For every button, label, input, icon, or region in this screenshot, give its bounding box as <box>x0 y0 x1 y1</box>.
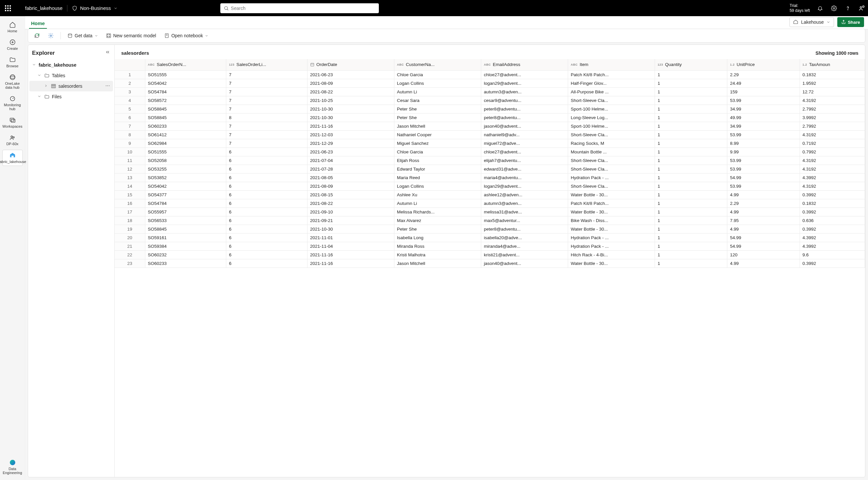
table-cell[interactable]: Bike Wash - Diss... <box>568 216 655 225</box>
table-cell[interactable]: SO60232 <box>145 250 226 259</box>
table-cell[interactable]: 2021-06-23 <box>307 147 394 156</box>
table-cell[interactable]: Ashlee Xu <box>394 190 481 199</box>
settings-small-button[interactable] <box>45 31 57 41</box>
table-cell[interactable]: 54.99 <box>727 242 800 250</box>
table-cell[interactable]: SO54784 <box>145 199 226 207</box>
help-button[interactable] <box>844 5 851 12</box>
sensitivity-selector[interactable]: Non-Business <box>72 5 117 11</box>
table-cell[interactable]: peter8@adventu... <box>481 225 568 233</box>
table-cell[interactable]: 2.29 <box>727 199 800 207</box>
table-cell[interactable]: 6 <box>226 173 308 182</box>
table-cell[interactable]: Sport-100 Helme... <box>568 122 655 130</box>
table-cell[interactable]: Kristi Malhotra <box>394 250 481 259</box>
table-cell[interactable]: Short-Sleeve Cla... <box>568 182 655 190</box>
table-row[interactable]: 10SO5155562021-06-23Chloe Garciachloe27@… <box>115 147 865 156</box>
column-header[interactable]: ABCSalesOrderN... <box>145 59 226 70</box>
table-cell[interactable]: 1 <box>655 156 727 165</box>
rail-dp60x[interactable]: DP-60x <box>2 132 23 148</box>
table-cell[interactable]: Short-Sleeve Cla... <box>568 165 655 173</box>
table-cell[interactable]: Nathaniel Cooper <box>394 130 481 139</box>
table-cell[interactable]: 6 <box>226 225 308 233</box>
column-header[interactable]: ABCEmailAddress <box>481 59 568 70</box>
table-cell[interactable]: 1 <box>655 242 727 250</box>
table-cell[interactable]: 0.636 <box>800 216 865 225</box>
table-cell[interactable]: Patch Kit/8 Patch... <box>568 199 655 207</box>
table-cell[interactable]: 9.99 <box>727 147 800 156</box>
column-header[interactable]: OrderDate <box>307 59 394 70</box>
table-cell[interactable]: logan29@advent... <box>481 182 568 190</box>
table-row[interactable]: 13SO5385262021-08-05Maria Reedmaria4@adv… <box>115 173 865 182</box>
table-cell[interactable]: Miguel Sanchez <box>394 139 481 147</box>
table-cell[interactable]: Elijah Ross <box>394 156 481 165</box>
table-cell[interactable]: Long-Sleeve Log... <box>568 113 655 122</box>
table-cell[interactable]: SO54784 <box>145 88 226 96</box>
table-cell[interactable]: Melissa Richards... <box>394 207 481 216</box>
table-row[interactable]: 19SO5884562021-10-30Peter Shepeter8@adve… <box>115 225 865 233</box>
table-cell[interactable]: 6 <box>226 242 308 250</box>
table-cell[interactable]: 1 <box>655 250 727 259</box>
table-cell[interactable]: 2021-11-16 <box>307 122 394 130</box>
table-cell[interactable]: Chloe Garcia <box>394 147 481 156</box>
table-cell[interactable]: miguel72@adve... <box>481 139 568 147</box>
table-row[interactable]: 3SO5478472021-08-22Autumn Liautumn3@adve… <box>115 88 865 96</box>
table-cell[interactable]: 1 <box>655 233 727 242</box>
table-row[interactable]: 6SO5884582021-10-30Peter Shepeter8@adven… <box>115 113 865 122</box>
table-cell[interactable]: kristi21@advent... <box>481 250 568 259</box>
table-cell[interactable]: 7 <box>226 88 308 96</box>
table-cell[interactable]: nathaniel9@adv... <box>481 130 568 139</box>
table-cell[interactable]: 0.1832 <box>800 199 865 207</box>
tree-tables-node[interactable]: Tables <box>29 70 113 81</box>
table-cell[interactable]: 53.99 <box>727 130 800 139</box>
table-cell[interactable]: 6 <box>226 165 308 173</box>
rail-persona-switcher[interactable]: Data Engineering <box>2 457 23 477</box>
table-cell[interactable]: isabella20@adve... <box>481 233 568 242</box>
column-header[interactable]: ABCCustomerNa... <box>394 59 481 70</box>
column-header[interactable]: 1.2UnitPrice <box>727 59 800 70</box>
table-cell[interactable]: max5@adventur... <box>481 216 568 225</box>
table-cell[interactable]: melissa31@adve... <box>481 207 568 216</box>
table-cell[interactable]: 0.3992 <box>800 225 865 233</box>
table-cell[interactable]: 53.99 <box>727 96 800 105</box>
table-cell[interactable]: 4.99 <box>727 225 800 233</box>
table-cell[interactable]: 1 <box>655 190 727 199</box>
table-cell[interactable]: 6 <box>226 259 308 268</box>
table-cell[interactable]: 1 <box>655 147 727 156</box>
table-row[interactable]: 23SO6023362021-11-16Jason Mitchelljason4… <box>115 259 865 268</box>
table-row[interactable]: 16SO5478462021-08-22Autumn Liautumn3@adv… <box>115 199 865 207</box>
grid-scroll-container[interactable]: ABCSalesOrderN...123SalesOrderLi...Order… <box>115 59 865 477</box>
tree-files-node[interactable]: Files <box>29 91 113 102</box>
table-cell[interactable]: 2021-08-09 <box>307 182 394 190</box>
table-cell[interactable]: Water Bottle - 30... <box>568 225 655 233</box>
table-cell[interactable]: 0.3992 <box>800 259 865 268</box>
collapse-explorer-button[interactable] <box>105 49 110 57</box>
table-cell[interactable]: Cesar Sara <box>394 96 481 105</box>
table-cell[interactable]: SO56533 <box>145 216 226 225</box>
table-cell[interactable]: SO54377 <box>145 190 226 199</box>
table-cell[interactable]: 1.9592 <box>800 79 865 88</box>
table-cell[interactable]: Edward Taylor <box>394 165 481 173</box>
table-cell[interactable]: elijah7@adventu... <box>481 156 568 165</box>
table-cell[interactable]: 24.49 <box>727 79 800 88</box>
table-cell[interactable]: 7 <box>226 96 308 105</box>
global-search[interactable] <box>220 3 379 13</box>
table-cell[interactable]: 1 <box>655 165 727 173</box>
table-row[interactable]: 15SO5437762021-08-15Ashlee Xuashlee12@ad… <box>115 190 865 199</box>
refresh-button[interactable] <box>31 31 42 41</box>
table-cell[interactable]: 4.99 <box>727 207 800 216</box>
table-cell[interactable]: 2021-10-30 <box>307 225 394 233</box>
table-cell[interactable]: 6 <box>226 199 308 207</box>
table-cell[interactable]: 1 <box>655 225 727 233</box>
table-cell[interactable]: Max Alvarez <box>394 216 481 225</box>
feedback-button[interactable] <box>858 5 865 12</box>
table-cell[interactable]: Short-Sleeve Cla... <box>568 130 655 139</box>
table-cell[interactable]: 6 <box>226 250 308 259</box>
rail-workspaces[interactable]: Workspaces <box>2 115 23 130</box>
table-cell[interactable]: 1 <box>655 182 727 190</box>
table-cell[interactable]: 3.9992 <box>800 113 865 122</box>
table-cell[interactable]: SO58845 <box>145 225 226 233</box>
table-row[interactable]: 8SO6141272021-12-03Nathaniel Coopernatha… <box>115 130 865 139</box>
table-cell[interactable]: 2021-09-10 <box>307 207 394 216</box>
table-cell[interactable]: Logan Collins <box>394 79 481 88</box>
table-cell[interactable]: SO54042 <box>145 79 226 88</box>
table-cell[interactable]: 0.7992 <box>800 147 865 156</box>
